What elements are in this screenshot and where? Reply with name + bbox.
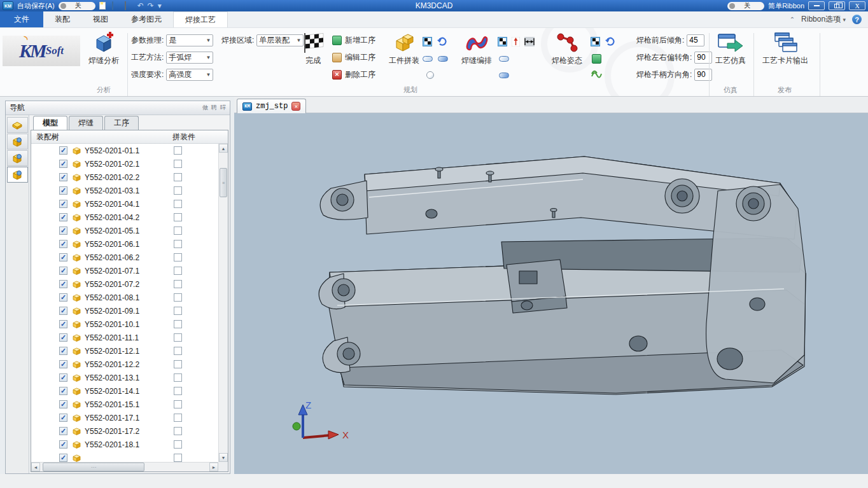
quick-access-customize-icon[interactable]: ▾ — [158, 2, 162, 10]
undo-icon[interactable]: ↶ — [137, 2, 144, 10]
visibility-checkbox[interactable] — [59, 387, 67, 395]
vertical-scrollbar[interactable]: ▲ ≡ ▼ — [218, 144, 228, 462]
pinzhuang-checkbox[interactable] — [174, 320, 182, 328]
part-name[interactable]: Y552-0201-07.1 — [85, 267, 139, 275]
tree-row[interactable]: Y552-0201-03.1 — [31, 184, 218, 197]
tree-row[interactable]: Y552-0201-13.1 — [31, 371, 218, 384]
pinzhuang-checkbox[interactable] — [174, 280, 182, 288]
tree-row[interactable]: Y552-0201-08.1 — [31, 291, 218, 304]
strip-part-icon-button[interactable] — [7, 117, 28, 133]
minimize-button[interactable] — [808, 1, 825, 10]
part-name[interactable]: Y552-0201-09.1 — [85, 307, 139, 316]
part-name[interactable]: Y552-0201-12.1 — [85, 347, 139, 356]
tree-row[interactable]: Y552-0201-14.1 — [31, 384, 218, 398]
document-tab[interactable]: KM zmj_stp ✕ — [237, 99, 306, 113]
pinzhuang-checkbox[interactable] — [174, 200, 182, 208]
visibility-checkbox[interactable] — [59, 253, 67, 261]
pinzhuang-checkbox[interactable] — [174, 360, 182, 368]
panel-pin-icon[interactable]: 聘 — [211, 104, 217, 112]
tab-reference[interactable]: 参考图元 — [120, 11, 173, 27]
pinzhuang-checkbox[interactable] — [174, 387, 182, 395]
save-icon[interactable] — [125, 2, 134, 10]
visibility-checkbox[interactable] — [59, 333, 67, 342]
pinzhuang-checkbox[interactable] — [174, 227, 182, 235]
edit-operation-button[interactable]: 编辑工序 — [332, 52, 375, 63]
visibility-checkbox[interactable] — [59, 400, 67, 408]
visibility-checkbox[interactable] — [59, 186, 67, 195]
weld-segment-icon[interactable] — [423, 56, 433, 62]
part-name[interactable]: Y552-0201-13.1 — [85, 373, 139, 382]
span-arrow-icon[interactable] — [524, 37, 535, 46]
open-folder-icon[interactable] — [112, 2, 121, 10]
pinzhuang-checkbox[interactable] — [174, 146, 182, 155]
part-name[interactable]: Y552-0201-17.1 — [85, 414, 139, 422]
tab-welding-process[interactable]: 焊接工艺 — [173, 11, 228, 27]
tree-row[interactable]: Y552-0201-07.1 — [31, 264, 218, 277]
visibility-checkbox[interactable] — [59, 360, 67, 368]
pinzhuang-checkbox[interactable] — [174, 440, 182, 449]
tree-row[interactable]: Y552-0201-12.1 — [31, 344, 218, 358]
visibility-checkbox[interactable] — [59, 240, 67, 248]
part-name[interactable]: Y552-0201-07.2 — [85, 280, 139, 289]
tree-row[interactable]: Y552-0201-18.1 — [31, 438, 218, 451]
panel-menu-icon[interactable]: 做 — [202, 104, 208, 112]
visibility-checkbox[interactable] — [59, 373, 67, 382]
reset-undo-icon[interactable] — [437, 37, 447, 46]
direction-up-arrow-icon[interactable] — [512, 37, 520, 46]
tab-view[interactable]: 视图 — [81, 11, 120, 27]
help-button[interactable]: ? — [852, 15, 862, 24]
workpiece-assemble-button[interactable]: 工件拼装 — [382, 32, 426, 66]
move-down-icon[interactable] — [515, 72, 521, 78]
part-name[interactable]: Y552-0201-17.2 — [85, 427, 139, 436]
tree-row[interactable]: Y552-0201-06.2 — [31, 251, 218, 264]
param-infer-select[interactable]: 是 ▼ — [166, 34, 213, 46]
torch-angle2-input[interactable] — [694, 52, 712, 64]
visibility-checkbox[interactable] — [59, 146, 67, 155]
tab-close-icon[interactable]: ✕ — [291, 102, 300, 111]
tree-row[interactable]: Y552-0201-11.1 — [31, 331, 218, 344]
pinzhuang-checkbox[interactable] — [174, 186, 182, 195]
part-name[interactable]: Y552-0201-10.1 — [85, 320, 139, 329]
redo-icon[interactable]: ↷ — [148, 2, 154, 10]
tree-row[interactable]: Y552-0201-04.2 — [31, 211, 218, 224]
pinzhuang-checkbox[interactable] — [174, 293, 182, 302]
visibility-checkbox[interactable] — [59, 267, 67, 275]
move-up-icon[interactable] — [515, 56, 521, 62]
restore-button[interactable] — [829, 1, 845, 10]
tree-row[interactable]: Y552-0201-04.1 — [31, 197, 218, 211]
scroll-up-icon[interactable]: ▲ — [219, 144, 228, 153]
tree-row[interactable]: Y552-0201-09.1 — [31, 304, 218, 317]
finish-button[interactable]: 完成 — [295, 32, 331, 66]
pinzhuang-checkbox[interactable] — [174, 373, 182, 382]
visibility-checkbox[interactable] — [59, 427, 67, 435]
part-name[interactable]: Y552-0201-11.1 — [85, 333, 139, 342]
visibility-checkbox[interactable] — [59, 414, 67, 422]
pinzhuang-checkbox[interactable] — [174, 347, 182, 355]
part-name[interactable]: Y552-0201-08.1 — [85, 293, 139, 302]
pinzhuang-checkbox[interactable] — [174, 173, 182, 181]
part-name[interactable]: Y552-0201-04.2 — [85, 213, 139, 222]
visibility-checkbox[interactable] — [59, 347, 67, 355]
tree-row[interactable]: Y552-0201-17.2 — [31, 424, 218, 438]
weld-segment-blue-icon[interactable] — [499, 73, 509, 78]
tree-row[interactable]: Y552-0201-07.2 — [31, 277, 218, 291]
tab-seam[interactable]: 焊缝 — [69, 116, 103, 130]
part-name[interactable]: Y552-0201-14.1 — [85, 387, 139, 396]
visibility-checkbox[interactable] — [59, 173, 67, 181]
viewport-3d[interactable]: Z X — [234, 113, 868, 474]
torch-angle1-input[interactable] — [687, 34, 704, 46]
visibility-checkbox[interactable] — [59, 307, 67, 315]
part-name[interactable]: Y552-0201-03.1 — [85, 186, 139, 195]
delete-operation-button[interactable]: ✕ 删除工序 — [332, 69, 375, 80]
scroll-left-icon[interactable]: ◄ — [31, 463, 40, 471]
small-checkered-flag-icon[interactable] — [423, 37, 432, 46]
pinzhuang-checkbox[interactable] — [174, 427, 182, 435]
close-button[interactable]: X — [849, 1, 865, 10]
seam-arrange-button[interactable]: 焊缝编排 — [454, 32, 499, 66]
tree-row[interactable] — [31, 451, 218, 462]
horizontal-scroll-thumb[interactable]: ⋯ — [43, 463, 144, 471]
panel-close-icon[interactable]: 哶 — [220, 104, 226, 112]
part-name[interactable]: Y552-0201-02.1 — [85, 160, 139, 169]
tree-row[interactable]: Y552-0201-05.1 — [31, 224, 218, 237]
part-name[interactable]: Y552-0201-04.1 — [85, 200, 139, 209]
